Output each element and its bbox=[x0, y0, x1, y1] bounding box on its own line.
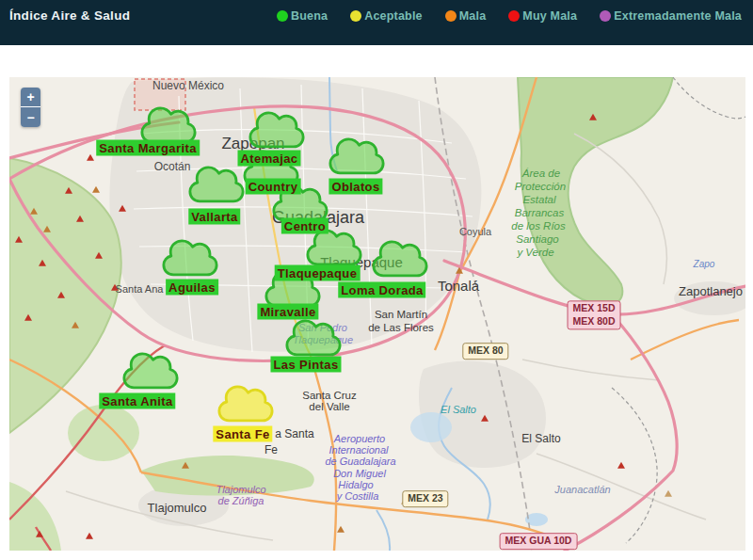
legend-item-buena: Buena bbox=[277, 9, 328, 23]
aqi-station-label[interactable]: Oblatos bbox=[328, 179, 382, 195]
muy-mala-dot-icon bbox=[508, 10, 520, 22]
aqi-station-label[interactable]: Santa Fe bbox=[213, 426, 272, 442]
legend-item-extremadamente-mala: Extremadamente Mala bbox=[600, 9, 742, 23]
aqi-station-label[interactable]: Santa Anita bbox=[99, 393, 175, 409]
legend-label: Mala bbox=[459, 9, 487, 23]
legend-label: Extremadamente Mala bbox=[614, 9, 742, 23]
map-canvas[interactable]: Nuevo MéxicoZapopanOcotánGuadalajaraTlaq… bbox=[9, 77, 745, 551]
page-title: Índice Aire & Salud bbox=[9, 8, 130, 23]
aqi-station-label[interactable]: Country bbox=[246, 179, 301, 195]
aqi-station-label[interactable]: Tlaquepaque bbox=[275, 265, 360, 281]
legend-item-muy-mala: Muy Mala bbox=[508, 9, 577, 23]
header-bar: Índice Aire & Salud Buena Aceptable Mala… bbox=[0, 0, 753, 45]
marker-labels-layer: Santa MargaritaAtemajacOblatosCountryVal… bbox=[9, 77, 745, 551]
map-zoom-control: + − bbox=[21, 88, 40, 127]
aqi-station-label[interactable]: Aguilas bbox=[166, 280, 218, 296]
aqi-station-label[interactable]: Las Pintas bbox=[270, 357, 341, 373]
aqi-station-label[interactable]: Vallarta bbox=[188, 209, 240, 225]
legend-label: Buena bbox=[291, 9, 328, 23]
aqi-station-label[interactable]: Centro bbox=[281, 218, 328, 234]
legend-label: Muy Mala bbox=[522, 9, 577, 23]
aceptable-dot-icon bbox=[350, 10, 361, 22]
mala-dot-icon bbox=[445, 10, 457, 22]
aqi-station-label[interactable]: Miravalle bbox=[257, 304, 318, 320]
legend-item-mala: Mala bbox=[445, 9, 487, 23]
aqi-station-label[interactable]: Atemajac bbox=[237, 151, 300, 167]
zoom-out-button[interactable]: − bbox=[21, 107, 40, 127]
aqi-legend: Buena Aceptable Mala Muy Mala Extremadam… bbox=[277, 9, 742, 23]
zoom-in-button[interactable]: + bbox=[21, 88, 40, 107]
legend-label: Aceptable bbox=[364, 9, 423, 23]
extremadamente-mala-dot-icon bbox=[600, 10, 611, 22]
buena-dot-icon bbox=[277, 10, 288, 22]
aqi-station-label[interactable]: Loma Dorada bbox=[338, 282, 425, 298]
legend-item-aceptable: Aceptable bbox=[350, 9, 423, 23]
air-quality-app: Índice Aire & Salud Buena Aceptable Mala… bbox=[0, 0, 753, 560]
aqi-station-label[interactable]: Santa Margarita bbox=[96, 140, 200, 156]
